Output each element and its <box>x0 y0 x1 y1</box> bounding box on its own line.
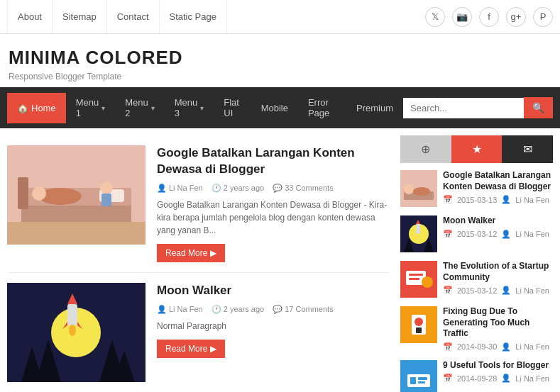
site-title: MINIMA COLORED <box>9 47 551 69</box>
calendar-icon: 📅 <box>443 342 453 352</box>
sidebar-post-meta-2: 📅 2015-03-12 👤 Li Na Fen <box>443 230 553 239</box>
sidebar-post-info-2: Moon Walker 📅 2015-03-12 👤 Li Na Fen <box>443 215 553 239</box>
sidebar-post-3: The Evolution of a Startup Community 📅 2… <box>400 261 553 298</box>
post-card-2: Moon Walker 👤 Li Na Fen 🕐 2 years ago 💬 … <box>7 273 389 392</box>
post-thumbnail-1 <box>7 145 146 245</box>
post-meta-1: 👤 Li Na Fen 🕐 2 years ago 💬 33 Comments <box>157 184 389 193</box>
home-label: Home <box>31 103 56 113</box>
sidebar-post-title-2: Moon Walker <box>443 215 553 227</box>
nav-errorpage[interactable]: Error Page <box>298 87 346 128</box>
author-icon: 👤 <box>501 286 511 295</box>
post-thumbnail-2 <box>7 283 146 382</box>
arrow-icon: ▶ <box>210 344 216 354</box>
nav-menu3[interactable]: Menu 3 ▾ <box>165 87 214 128</box>
post-excerpt-1: Google Batalkan Larangan Konten Dewasa d… <box>157 198 389 237</box>
facebook-icon[interactable]: f <box>479 7 499 27</box>
svg-rect-43 <box>418 377 427 380</box>
comments-1: 💬 33 Comments <box>273 184 333 193</box>
sidebar: ⊕ ★ ✉ Google Batalkan Larangan Konten De… <box>400 135 553 392</box>
main-content: Google Batalkan Larangan Konten Dewasa d… <box>7 135 389 392</box>
chat-button[interactable]: ✉ <box>502 135 553 163</box>
nav-flatui[interactable]: Flat UI <box>214 87 251 128</box>
svg-rect-35 <box>409 278 419 280</box>
svg-point-20 <box>69 325 76 336</box>
pinterest-icon[interactable]: P <box>533 7 553 27</box>
calendar-icon: 📅 <box>443 374 453 383</box>
sidebar-post-meta-3: 📅 2015-03-12 👤 Li Na Fen <box>443 286 553 295</box>
arrow-icon: ▶ <box>210 248 216 258</box>
post-card-1: Google Batalkan Larangan Konten Dewasa d… <box>7 135 389 273</box>
comments-2: 💬 17 Comments <box>273 305 333 314</box>
nav-about[interactable]: About <box>7 0 53 33</box>
author-1: 👤 Li Na Fen <box>157 184 203 193</box>
read-more-btn-1[interactable]: Read More ▶ <box>157 244 225 262</box>
svg-rect-29 <box>416 224 420 234</box>
chevron-icon: ▾ <box>101 104 105 112</box>
svg-point-38 <box>414 318 423 326</box>
svg-point-23 <box>404 184 414 194</box>
nav-premium[interactable]: Premium <box>346 93 403 123</box>
rss-button[interactable]: ⊕ <box>400 135 451 163</box>
svg-point-6 <box>100 181 113 194</box>
sidebar-post-5: 9 Useful Tools for Blogger 📅 2014-09-28 … <box>400 360 553 392</box>
nav-home[interactable]: 🏠 Home <box>7 93 66 123</box>
sidebar-post-meta-5: 📅 2014-09-28 👤 Li Na Fen <box>443 374 553 383</box>
sidebar-post-meta-4: 📅 2014-09-30 👤 Li Na Fen <box>443 342 553 352</box>
sidebar-icons: ⊕ ★ ✉ <box>400 135 553 163</box>
sidebar-thumb-2 <box>400 215 437 252</box>
svg-rect-44 <box>418 381 425 383</box>
top-nav-icons: 𝕏 📷 f g+ P <box>425 7 553 27</box>
site-header: MINIMA COLORED Responsive Blogger Templa… <box>0 34 560 87</box>
time-2: 🕐 2 years ago <box>212 305 264 314</box>
svg-rect-8 <box>18 177 28 209</box>
nav-menu2[interactable]: Menu 2 ▾ <box>115 87 165 128</box>
sidebar-post-info-3: The Evolution of a Startup Community 📅 2… <box>443 261 553 295</box>
sidebar-post-title-3: The Evolution of a Startup Community <box>443 261 553 283</box>
page-body: Google Batalkan Larangan Konten Dewasa d… <box>0 128 560 392</box>
site-subtitle: Responsive Blogger Template <box>9 72 551 82</box>
star-button[interactable]: ★ <box>451 135 503 163</box>
sidebar-post-info-4: Fixing Bug Due To Generating Too Much Tr… <box>443 306 553 352</box>
nav-static-page[interactable]: Static Page <box>160 0 228 33</box>
googleplus-icon[interactable]: g+ <box>506 7 526 27</box>
sidebar-thumb-5 <box>400 360 437 392</box>
author-icon: 👤 <box>501 374 511 383</box>
read-more-btn-2[interactable]: Read More ▶ <box>157 340 225 358</box>
chevron-icon: ▾ <box>151 104 155 112</box>
sidebar-post-info-1: Google Batalkan Larangan Konten Dewasa d… <box>443 170 553 204</box>
sidebar-thumb-4 <box>400 306 437 343</box>
svg-point-5 <box>32 186 46 201</box>
calendar-icon: 📅 <box>443 195 453 204</box>
twitter-icon[interactable]: 𝕏 <box>425 7 445 27</box>
calendar-icon: 📅 <box>443 286 453 295</box>
sidebar-post-title-4: Fixing Bug Due To Generating Too Much Tr… <box>443 306 553 340</box>
top-nav: About Sitemap Contact Static Page 𝕏 📷 f … <box>0 0 560 34</box>
top-nav-links: About Sitemap Contact Static Page <box>7 0 227 33</box>
instagram-icon[interactable]: 📷 <box>452 7 472 27</box>
post-body-2: Moon Walker 👤 Li Na Fen 🕐 2 years ago 💬 … <box>157 283 389 382</box>
main-nav-links: 🏠 Home Menu 1 ▾ Menu 2 ▾ Menu 3 ▾ Flat U… <box>7 87 403 128</box>
search-input[interactable] <box>403 98 524 118</box>
svg-rect-34 <box>409 274 423 276</box>
post-excerpt-2: Normal Paragraph <box>157 320 389 332</box>
nav-menu1[interactable]: Menu 1 ▾ <box>66 87 116 128</box>
post-title-1: Google Batalkan Larangan Konten Dewasa d… <box>157 145 389 178</box>
svg-rect-16 <box>67 304 77 325</box>
author-2: 👤 Li Na Fen <box>157 305 203 314</box>
svg-rect-9 <box>7 222 146 245</box>
svg-rect-42 <box>410 377 416 384</box>
sidebar-post-1: Google Batalkan Larangan Konten Dewasa d… <box>400 170 553 207</box>
author-icon: 👤 <box>501 230 511 239</box>
nav-contact[interactable]: Contact <box>107 0 160 33</box>
svg-point-24 <box>413 187 430 196</box>
svg-point-33 <box>422 276 433 288</box>
sidebar-post-title-5: 9 Useful Tools for Blogger <box>443 360 553 371</box>
chevron-icon: ▾ <box>200 104 204 112</box>
nav-mobile[interactable]: Mobile <box>251 93 298 123</box>
post-title-2: Moon Walker <box>157 283 389 299</box>
svg-rect-7 <box>101 194 111 206</box>
search-button[interactable]: 🔍 <box>524 97 553 118</box>
author-icon: 👤 <box>501 195 511 204</box>
search-form: 🔍 <box>403 97 553 118</box>
nav-sitemap[interactable]: Sitemap <box>53 0 107 33</box>
